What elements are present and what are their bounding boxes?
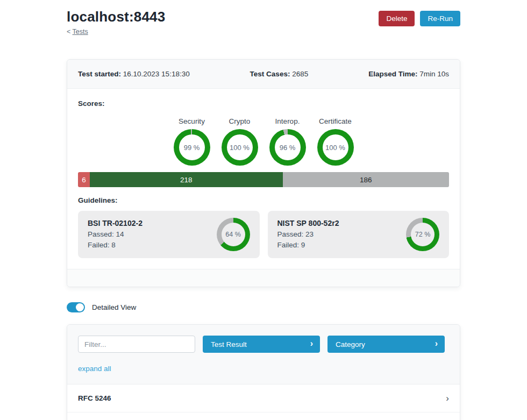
header-actions: Delete Re-Run: [379, 9, 460, 26]
filter-row: Test Result › Category ›: [78, 336, 449, 353]
rfc-row-6066[interactable]: RFC 6066 ›: [67, 412, 460, 420]
failed-label: Failed:: [88, 241, 110, 249]
score-donut-certificate: Certificate 100 %: [315, 117, 357, 166]
delete-button[interactable]: Delete: [379, 11, 415, 26]
rfc-row-5246[interactable]: RFC 5246 ›: [67, 385, 460, 412]
elapsed-time-value: 7min 10s: [419, 70, 449, 78]
passed-value: 14: [116, 230, 124, 238]
elapsed-time-label: Elapsed Time:: [368, 70, 417, 78]
guideline-passed: Passed: 23: [277, 229, 339, 240]
guideline-failed: Failed: 9: [277, 240, 339, 251]
interop-donut-chart: 96 %: [269, 129, 306, 166]
summary-card: Test started: 16.10.2023 15:18:30 Test C…: [67, 59, 460, 287]
category-label: Category: [336, 340, 365, 348]
filter-input[interactable]: [78, 336, 195, 353]
page-container: localhost:8443 < Tests Delete Re-Run Tes…: [67, 0, 460, 420]
detailed-view-toggle[interactable]: [67, 302, 85, 312]
bar-segment-disabled: 186: [283, 172, 449, 187]
score-donut-security: Security 99 %: [171, 117, 213, 166]
elapsed-time: Elapsed Time: 7min 10s: [368, 70, 449, 78]
security-donut-chart: 99 %: [174, 129, 210, 166]
detailed-view-toggle-row: Detailed View: [67, 302, 460, 312]
test-result-label: Test Result: [211, 340, 247, 348]
failed-label: Failed:: [277, 241, 300, 249]
filter-header: Test Result › Category › expand all: [67, 325, 460, 385]
category-dropdown[interactable]: Category ›: [327, 336, 445, 353]
score-donut-crypto: Crypto 100 %: [219, 117, 261, 166]
guideline-title: NIST SP 800-52r2: [277, 219, 339, 227]
donut-percent: 99 %: [174, 129, 210, 166]
guideline-cards: BSI TR-02102-2 Passed: 14 Failed: 8 64 %: [78, 211, 449, 258]
guideline-passed: Passed: 14: [88, 229, 143, 240]
results-stacked-bar: 6 218 186: [78, 172, 449, 187]
test-started-label: Test started:: [78, 70, 121, 78]
donut-percent: 72 %: [406, 218, 439, 251]
donut-percent: 64 %: [217, 218, 250, 251]
nist-donut-chart: 72 %: [406, 218, 439, 251]
guideline-failed: Failed: 8: [88, 240, 143, 251]
test-result-dropdown[interactable]: Test Result ›: [203, 336, 320, 353]
page-header: localhost:8443 < Tests Delete Re-Run: [67, 9, 460, 59]
donut-label: Certificate: [319, 117, 352, 125]
test-started-value: 16.10.2023 15:18:30: [123, 70, 190, 78]
scores-heading: Scores:: [78, 99, 449, 108]
donut-label: Interop.: [275, 117, 300, 125]
failed-value: 8: [111, 241, 116, 249]
donut-percent: 96 %: [269, 129, 306, 166]
certificate-donut-chart: 100 %: [317, 129, 354, 166]
summary-card-body: Scores: Security 99 % Crypto 100 % Inter…: [67, 89, 460, 269]
breadcrumb-back-symbol: <: [67, 28, 70, 35]
breadcrumb-tests-link[interactable]: Tests: [73, 28, 88, 35]
guideline-card-nist: NIST SP 800-52r2 Passed: 23 Failed: 9 72…: [268, 211, 450, 258]
passed-label: Passed:: [88, 230, 114, 238]
chevron-right-icon: ›: [435, 339, 438, 348]
bar-segment-passed: 218: [90, 172, 283, 187]
guideline-title: BSI TR-02102-2: [88, 219, 143, 227]
donut-percent: 100 %: [222, 129, 258, 166]
passed-label: Passed:: [277, 230, 304, 238]
title-block: localhost:8443 < Tests: [67, 9, 165, 59]
test-started: Test started: 16.10.2023 15:18:30: [78, 70, 190, 78]
rfc-name: RFC 5246: [78, 394, 111, 402]
guidelines-heading: Guidelines:: [78, 196, 449, 204]
guideline-card-bsi: BSI TR-02102-2 Passed: 14 Failed: 8 64 %: [78, 211, 260, 258]
score-donuts: Security 99 % Crypto 100 % Interop. 96 %: [78, 117, 449, 166]
chevron-right-icon: ›: [310, 339, 313, 348]
rfc-list: RFC 5246 › RFC 6066 ›: [67, 385, 460, 420]
donut-label: Security: [179, 117, 205, 125]
guideline-text: NIST SP 800-52r2 Passed: 23 Failed: 9: [277, 219, 339, 250]
chevron-right-icon: ›: [446, 394, 449, 403]
crypto-donut-chart: 100 %: [222, 129, 258, 166]
summary-card-header: Test started: 16.10.2023 15:18:30 Test C…: [67, 60, 460, 89]
page-title: localhost:8443: [67, 9, 165, 25]
bsi-donut-chart: 64 %: [217, 218, 250, 251]
expand-all-link[interactable]: expand all: [78, 365, 111, 373]
breadcrumb: < Tests: [67, 28, 165, 35]
score-donut-interop: Interop. 96 %: [267, 117, 309, 166]
detailed-view-label: Detailed View: [92, 303, 136, 311]
failed-value: 9: [301, 241, 305, 249]
donut-percent: 100 %: [317, 129, 354, 166]
toggle-knob: [76, 303, 84, 311]
test-cases-label: Test Cases:: [250, 70, 290, 78]
rerun-button[interactable]: Re-Run: [420, 11, 460, 26]
bar-segment-failed: 6: [78, 172, 90, 187]
details-card: Test Result › Category › expand all RFC …: [67, 324, 460, 420]
summary-card-footer: [67, 269, 460, 287]
test-cases-value: 2685: [292, 70, 308, 78]
test-cases: Test Cases: 2685: [250, 70, 309, 78]
passed-value: 23: [305, 230, 314, 238]
donut-label: Crypto: [229, 117, 251, 125]
guideline-text: BSI TR-02102-2 Passed: 14 Failed: 8: [88, 219, 143, 250]
